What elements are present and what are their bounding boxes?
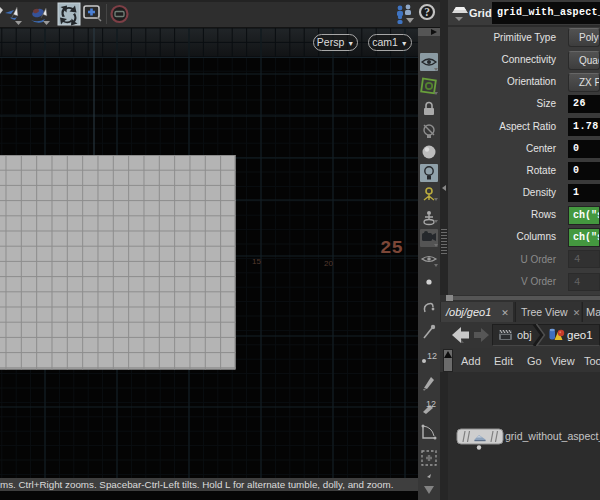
svg-text:?: ? [424, 6, 430, 18]
svg-text:12: 12 [427, 351, 437, 361]
svg-text:12: 12 [426, 399, 436, 409]
